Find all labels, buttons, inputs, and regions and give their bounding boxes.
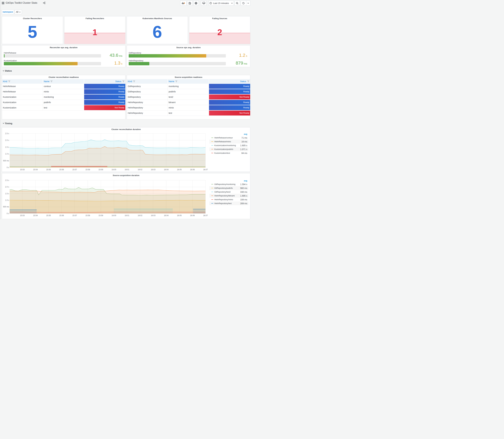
svg-text:84 ms: 84 ms xyxy=(241,152,247,154)
svg-text:15:57: 15:57 xyxy=(72,214,77,217)
svg-text:15:59: 15:59 xyxy=(98,214,103,217)
svg-text:15:53: 15:53 xyxy=(20,214,25,217)
svg-text:1.594 s: 1.594 s xyxy=(240,183,247,185)
svg-text:15:56: 15:56 xyxy=(59,214,64,217)
svg-text:HelmRelease/contour: HelmRelease/contour xyxy=(214,137,233,139)
svg-text:16:05: 16:05 xyxy=(177,168,182,171)
svg-text:avg: avg xyxy=(244,180,247,182)
svg-text:16 ms: 16 ms xyxy=(241,140,247,143)
svg-text:2.0 s: 2.0 s xyxy=(5,139,9,141)
svg-text:15:54: 15:54 xyxy=(33,168,38,171)
svg-text:2.5 s: 2.5 s xyxy=(5,179,9,182)
svg-text:GitRepository/monitoring: GitRepository/monitoring xyxy=(214,183,235,185)
svg-text:1.5 s: 1.5 s xyxy=(5,193,9,195)
svg-text:Kustomization/monitoring: Kustomization/monitoring xyxy=(214,144,236,146)
svg-text:16:06: 16:06 xyxy=(190,168,195,171)
svg-text:16:01: 16:01 xyxy=(125,168,129,171)
svg-text:Kustomization/podinfo: Kustomization/podinfo xyxy=(214,148,233,150)
svg-text:1.5 s: 1.5 s xyxy=(5,146,9,148)
svg-text:2.0 s: 2.0 s xyxy=(5,186,9,188)
svg-text:15:55: 15:55 xyxy=(46,214,51,217)
svg-text:0 s: 0 s xyxy=(7,166,9,169)
svg-text:16:04: 16:04 xyxy=(164,214,169,217)
svg-text:500 ms: 500 ms xyxy=(3,159,9,162)
svg-text:15:57: 15:57 xyxy=(72,168,77,171)
svg-text:HelmRepository/bitnami: HelmRepository/bitnami xyxy=(214,195,235,197)
svg-text:1.695 s: 1.695 s xyxy=(240,195,247,197)
svg-text:15:53: 15:53 xyxy=(20,168,25,171)
svg-text:16:02: 16:02 xyxy=(138,168,142,171)
svg-text:289 ms: 289 ms xyxy=(240,202,247,205)
svg-text:2.5 s: 2.5 s xyxy=(5,132,9,134)
svg-text:980 ms: 980 ms xyxy=(240,187,247,189)
svg-text:15:56: 15:56 xyxy=(59,168,64,171)
svg-text:1.605 s: 1.605 s xyxy=(240,144,247,146)
svg-text:16:03: 16:03 xyxy=(151,214,155,217)
svg-text:15:59: 15:59 xyxy=(98,168,103,171)
svg-text:Kustomization/test: Kustomization/test xyxy=(214,152,230,154)
svg-text:GitRepository/test2: GitRepository/test2 xyxy=(214,191,231,193)
svg-text:15:55: 15:55 xyxy=(46,168,51,171)
svg-text:16:07: 16:07 xyxy=(203,168,208,171)
svg-text:HelmRepository/minio: HelmRepository/minio xyxy=(214,198,233,201)
svg-text:GitRepository/podinfo: GitRepository/podinfo xyxy=(214,187,233,189)
svg-text:16:00: 16:00 xyxy=(111,168,116,171)
svg-text:16:05: 16:05 xyxy=(177,214,182,217)
svg-text:1.071 s: 1.071 s xyxy=(240,148,247,150)
svg-text:16:01: 16:01 xyxy=(125,214,129,217)
svg-text:HelmRepository/test: HelmRepository/test xyxy=(214,202,232,205)
svg-text:500 ms: 500 ms xyxy=(3,206,9,208)
svg-text:0 s: 0 s xyxy=(7,212,9,215)
svg-text:16:07: 16:07 xyxy=(203,214,208,217)
svg-text:15:58: 15:58 xyxy=(85,214,90,217)
svg-text:HelmRelease/minio: HelmRelease/minio xyxy=(214,141,231,143)
svg-text:avg: avg xyxy=(244,133,247,135)
svg-text:16:04: 16:04 xyxy=(164,168,169,171)
svg-text:15:58: 15:58 xyxy=(85,168,90,171)
svg-text:16:00: 16:00 xyxy=(111,214,116,217)
svg-text:108 ms: 108 ms xyxy=(240,198,247,201)
svg-text:16:02: 16:02 xyxy=(138,214,142,217)
svg-text:16:06: 16:06 xyxy=(190,214,195,217)
svg-text:338 ms: 338 ms xyxy=(240,191,247,193)
svg-text:15:54: 15:54 xyxy=(33,214,38,217)
svg-text:1.0 s: 1.0 s xyxy=(5,153,9,155)
svg-text:71 ms: 71 ms xyxy=(241,136,247,139)
svg-text:16:03: 16:03 xyxy=(151,168,155,171)
svg-text:1.0 s: 1.0 s xyxy=(5,199,9,201)
